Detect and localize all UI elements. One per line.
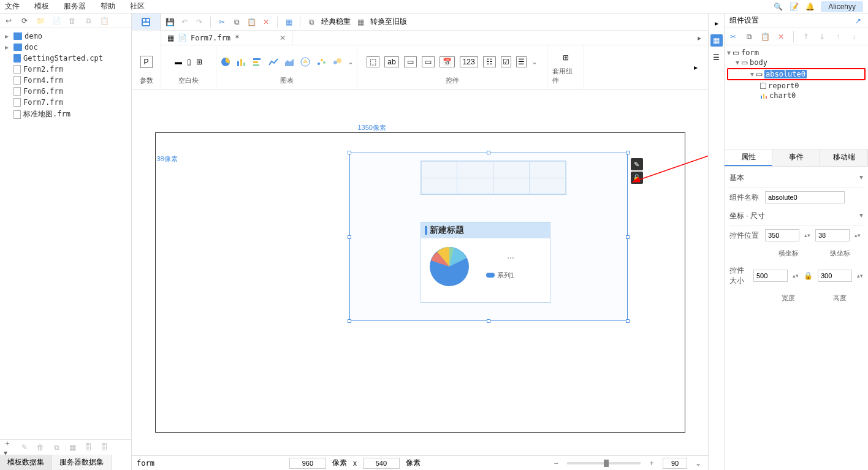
pos-x-input[interactable] [765,229,799,241]
tab-mobile[interactable]: 移动端 [820,150,868,166]
move-bottom-icon[interactable]: ⤓ [817,32,827,42]
resize-handle-bc[interactable] [487,319,490,323]
delete-icon[interactable]: 🗑 [67,16,77,26]
zoom-input[interactable] [663,458,687,469]
strip-expand-icon[interactable]: ▸ [710,17,723,29]
pie-chart-icon[interactable] [220,56,231,67]
pos-y-input[interactable] [815,229,850,241]
control-text-icon[interactable]: ⬚ [367,56,379,67]
comp-cut-icon[interactable]: ✂ [728,32,738,42]
report-block[interactable] [421,161,566,195]
hbar-chart-icon[interactable] [252,56,263,67]
canvas-width-input[interactable] [289,458,326,469]
blank-block3-icon[interactable]: ⊞ [196,58,202,66]
delete-dataset-icon[interactable]: 🗑 [36,442,45,452]
control-label-icon[interactable]: ab [384,56,398,67]
control-digit-icon[interactable]: 123 [460,56,478,67]
tree-file-form2[interactable]: Form2.frm [0,64,131,75]
menu-server[interactable]: 服务器 [64,1,86,12]
menu-help[interactable]: 帮助 [101,1,115,12]
tree-report0[interactable]: report0 [725,81,868,91]
search-icon[interactable]: 🔍 [773,2,783,12]
height-input[interactable] [818,270,852,282]
zoom-dropdown-icon[interactable]: ⌄ [693,458,703,468]
spinner-icon[interactable]: ▴▾ [804,232,810,238]
resize-handle-ml[interactable] [348,235,351,239]
collapse-basic-icon[interactable]: ▾ [859,173,863,183]
tree-file-form4[interactable]: Form4.frm [0,75,131,86]
chart-more-icon[interactable]: ⋯ [507,254,514,262]
canvas-area[interactable]: 1350像素 38像素 ✎ 🔓 [132,89,708,455]
reuse-comp-icon[interactable]: ⊞ [563,53,569,62]
control-list-icon[interactable]: ☰ [516,56,527,67]
zoom-in-icon[interactable]: + [647,458,657,468]
home-tab-button[interactable] [132,13,161,31]
resize-handle-mr[interactable] [626,235,630,239]
tree-file-form6[interactable]: Form6.frm [0,86,131,97]
control-tree-icon[interactable]: ☷ [483,56,496,67]
radar-chart-icon[interactable] [300,56,311,67]
scatter-chart-icon[interactable] [316,56,327,67]
form-canvas[interactable]: 1350像素 38像素 ✎ 🔓 [155,132,685,433]
paste-tb-icon[interactable]: 📋 [246,17,256,27]
blank-block2-icon[interactable]: ▯ [187,58,191,66]
grid-icon[interactable]: ▦ [284,17,294,27]
collapse-coord-icon[interactable]: ▾ [859,211,863,221]
new-file-icon[interactable]: 📄 [51,16,61,26]
bar-chart-icon[interactable] [236,56,247,67]
chart-dropdown-icon[interactable]: ⌄ [348,58,354,66]
spinner-icon[interactable]: ▴▾ [793,273,799,279]
preview-dataset-icon[interactable]: ▦ [67,442,77,452]
spinner-icon[interactable]: ▴▾ [855,232,861,238]
menu-community[interactable]: 社区 [130,1,145,12]
convert-icon[interactable]: ▦ [356,17,365,27]
edit-component-icon[interactable]: ✎ [631,158,643,170]
lock-ratio-icon[interactable]: 🔒 [804,271,813,280]
coord-section-header[interactable]: 坐标 · 尺寸▾ [729,207,863,226]
move-up-icon[interactable]: ↑ [833,32,843,42]
strip-layers-icon[interactable]: ☰ [710,51,723,64]
tree-file-form7[interactable]: Form7.frm [0,97,131,108]
control-button-icon[interactable]: ▭ [404,56,417,67]
control-check-icon[interactable]: ☑ [501,56,511,67]
pin-icon[interactable]: ↗ [853,16,863,26]
redo-icon[interactable]: ↷ [194,17,204,27]
comp-copy-icon[interactable]: ⧉ [744,32,754,42]
tree-file-map[interactable]: 标准地图.frm [0,108,131,121]
blank-block1-icon[interactable]: ▬ [175,58,182,66]
tree-chart0[interactable]: chart0 [725,91,868,100]
tab-properties[interactable]: 属性 [725,150,772,166]
copy-icon[interactable]: ⧉ [83,16,93,26]
menu-file[interactable]: 文件 [5,1,20,12]
chart-block[interactable]: 新建标题 ⋯ [421,222,550,303]
basic-section-header[interactable]: 基本▾ [729,169,863,188]
bell-icon[interactable]: 🔔 [805,2,815,12]
unlock-component-icon[interactable]: 🔓 [631,172,643,184]
comp-paste-icon[interactable]: 📋 [760,32,770,42]
resize-handle-br[interactable] [626,319,630,323]
area-chart-icon[interactable] [284,56,295,67]
control-number-icon[interactable]: ▭ [422,56,435,67]
width-input[interactable] [753,270,788,282]
comp-delete-icon[interactable]: ✕ [776,32,786,42]
canvas-height-input[interactable] [363,458,400,469]
component-name-input[interactable] [765,191,845,203]
note-icon[interactable]: 📝 [789,2,799,12]
paste-icon[interactable]: 📋 [99,16,109,26]
copy-tb-icon[interactable]: ⧉ [232,17,242,27]
tree-form[interactable]: ▾▭form [725,48,868,58]
tree-body[interactable]: ▾▭body [725,58,868,67]
spinner-icon[interactable]: ▴▾ [857,273,863,279]
edit-dataset-icon[interactable]: ✎ [20,442,29,452]
copy-dataset-icon[interactable]: ⧉ [51,442,61,452]
move-top-icon[interactable]: ⤒ [801,32,811,42]
tab-template-dataset[interactable]: 模板数据集 [0,455,52,470]
db-icon[interactable]: 🗄 [83,442,93,452]
cut-icon[interactable]: ✂ [217,17,227,27]
db2-icon[interactable]: 🗄 [99,442,109,452]
ribbon-collapse-icon[interactable]: ▸ [694,63,698,72]
tree-folder-doc[interactable]: ▸doc [0,42,131,53]
param-icon[interactable]: P [140,56,153,68]
refresh-icon[interactable]: ⟳ [20,16,29,26]
zoom-out-icon[interactable]: − [551,458,561,468]
